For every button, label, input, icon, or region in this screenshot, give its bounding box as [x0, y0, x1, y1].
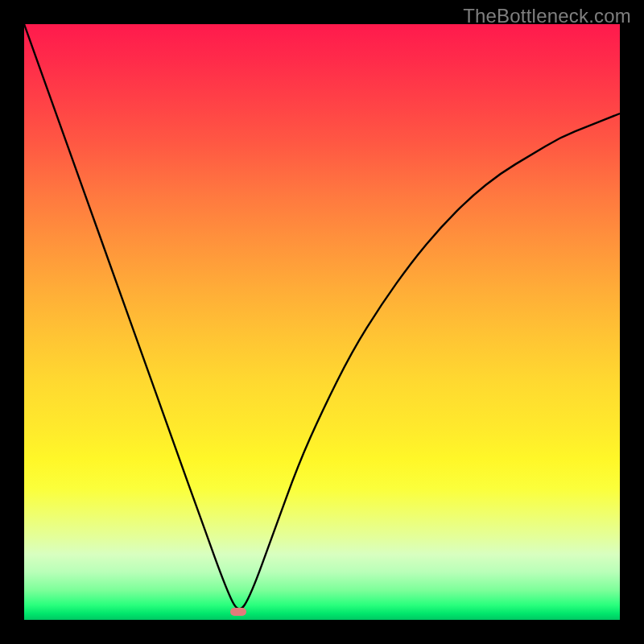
minimum-marker [230, 608, 246, 616]
watermark-text: TheBottleneck.com [463, 5, 631, 27]
bottleneck-curve [24, 24, 620, 620]
chart-frame: TheBottleneck.com [0, 0, 644, 644]
curve-path [24, 24, 620, 609]
plot-area [24, 24, 620, 620]
